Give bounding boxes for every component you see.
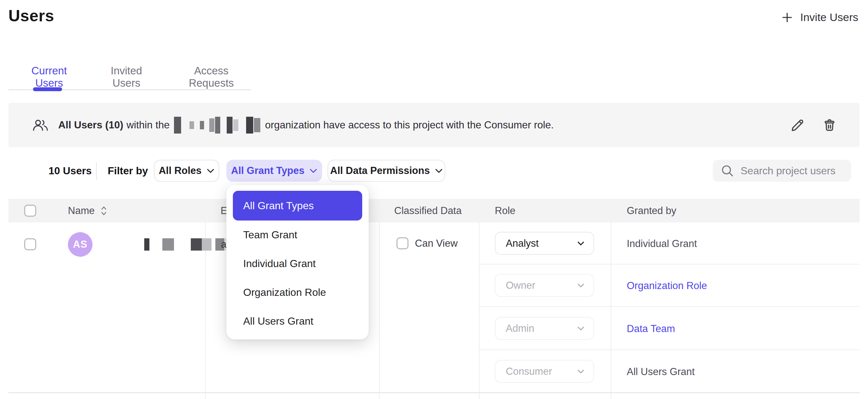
- column-header-granted-by: Granted by: [627, 205, 676, 217]
- classified-data-cell: Can View: [397, 237, 458, 249]
- select-all-checkbox[interactable]: [24, 205, 36, 217]
- menu-item-individual-grant[interactable]: Individual Grant: [233, 249, 362, 278]
- chevron-down-icon: [577, 283, 584, 288]
- table-header: Name Email Classified Data Role Granted …: [8, 199, 860, 222]
- grant-row-divider: [479, 264, 860, 265]
- grant-types-dropdown-menu: All Grant Types Team Grant Individual Gr…: [226, 185, 369, 339]
- menu-item-organization-role[interactable]: Organization Role: [233, 278, 362, 307]
- delete-button[interactable]: [820, 116, 839, 134]
- table-body: AS a Can View Analyst Owner: [0, 222, 868, 399]
- banner-bold-text: All Users (10): [58, 119, 123, 131]
- granted-by-organization-role-link[interactable]: Organization Role: [627, 280, 707, 291]
- sort-icon: [100, 206, 107, 216]
- data-permissions-filter-button[interactable]: All Data Permissions: [328, 160, 445, 182]
- granted-by-individual-grant: Individual Grant: [627, 238, 697, 250]
- edit-button[interactable]: [788, 116, 807, 134]
- roles-filter-label: All Roles: [159, 165, 202, 177]
- search-icon: [720, 164, 734, 178]
- can-view-checkbox[interactable]: [397, 237, 408, 249]
- can-view-label: Can View: [415, 238, 458, 249]
- granted-by-all-users-grant: All Users Grant: [627, 366, 695, 378]
- data-permissions-filter-label: All Data Permissions: [330, 165, 430, 177]
- granted-by-data-team-link[interactable]: Data Team: [627, 323, 675, 335]
- chevron-down-icon: [577, 369, 584, 374]
- banner-before-org: within the: [126, 119, 169, 131]
- column-header-classified-data: Classified Data: [394, 205, 462, 217]
- redacted-org-name: [174, 117, 260, 133]
- chevron-down-icon: [207, 168, 214, 173]
- user-count: 10 Users: [49, 165, 92, 177]
- users-page: Users Invite Users Current Users Invited…: [0, 0, 868, 399]
- active-tab-indicator: [33, 87, 62, 91]
- search-box: [713, 160, 851, 182]
- menu-item-all-users-grant[interactable]: All Users Grant: [233, 307, 362, 336]
- menu-item-team-grant[interactable]: Team Grant: [233, 220, 362, 249]
- avatar: AS: [68, 232, 92, 257]
- tab-bar: Current Users Invited Users Access Reque…: [8, 61, 251, 90]
- column-divider: [611, 222, 611, 399]
- row-divider: [8, 392, 860, 393]
- pencil-icon: [790, 118, 805, 132]
- filter-toolbar: 10 Users Filter by All Roles All Grant T…: [0, 160, 868, 184]
- banner-actions: [788, 116, 839, 134]
- role-select-admin[interactable]: Admin: [495, 317, 594, 340]
- sort-name-button[interactable]: [100, 206, 107, 216]
- toolbar-divider: [96, 162, 97, 180]
- role-select-consumer[interactable]: Consumer: [495, 360, 594, 383]
- banner-after-org: organization have access to this project…: [265, 119, 554, 131]
- tab-current-users[interactable]: Current Users: [18, 61, 81, 89]
- column-header-name: Name: [68, 205, 107, 217]
- roles-filter-button[interactable]: All Roles: [154, 160, 219, 182]
- users-icon: [32, 119, 49, 132]
- row-checkbox[interactable]: [24, 238, 36, 250]
- search-input[interactable]: [741, 165, 843, 177]
- grant-types-filter-label: All Grant Types: [231, 165, 305, 177]
- chevron-down-icon: [577, 241, 584, 246]
- chevron-down-icon: [435, 168, 443, 173]
- invite-users-button[interactable]: Invite Users: [781, 11, 859, 24]
- column-divider: [379, 222, 380, 399]
- chevron-down-icon: [309, 168, 317, 173]
- grant-types-filter-button[interactable]: All Grant Types: [226, 160, 322, 182]
- tab-invited-users[interactable]: Invited Users: [97, 61, 156, 89]
- tab-access-requests[interactable]: Access Requests: [172, 61, 251, 89]
- role-select-analyst[interactable]: Analyst: [495, 232, 594, 255]
- plus-icon: [781, 11, 793, 24]
- user-email: a: [221, 239, 226, 250]
- page-title: Users: [8, 6, 54, 25]
- filter-by-label: Filter by: [108, 165, 148, 177]
- column-divider: [479, 222, 479, 399]
- grant-row-divider: [479, 349, 860, 350]
- banner-text: All Users (10) within the organization h…: [58, 117, 554, 133]
- role-select-owner[interactable]: Owner: [495, 274, 594, 297]
- column-header-role: Role: [495, 205, 516, 217]
- trash-icon: [822, 118, 837, 132]
- chevron-down-icon: [577, 326, 584, 331]
- all-users-banner: All Users (10) within the organization h…: [8, 103, 860, 147]
- menu-item-all-grant-types[interactable]: All Grant Types: [233, 191, 362, 220]
- invite-users-label: Invite Users: [800, 11, 859, 24]
- grant-row-divider: [479, 306, 860, 307]
